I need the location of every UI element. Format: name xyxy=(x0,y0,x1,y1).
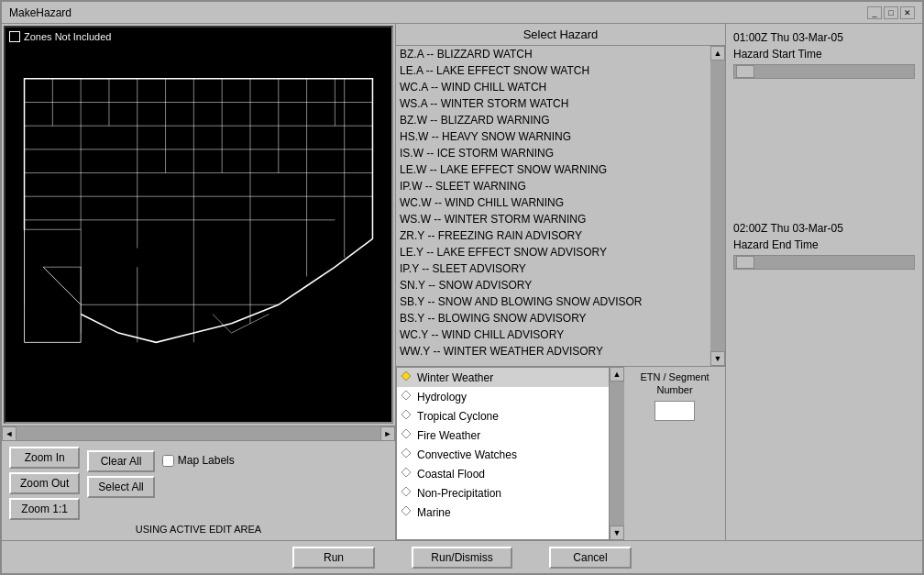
hazard-panel-title: Select Hazard xyxy=(396,24,725,46)
cat-scroll-up[interactable]: ▲ xyxy=(610,367,624,381)
close-button[interactable]: ✕ xyxy=(900,6,915,19)
cat-scroll-down[interactable]: ▼ xyxy=(610,525,624,540)
maximize-button[interactable]: □ xyxy=(884,6,898,19)
category-item-label: Fire Weather xyxy=(417,429,480,442)
hazard-list-item[interactable]: LE.Y -- LAKE EFFECT SNOW ADVISORY xyxy=(396,244,710,260)
zones-checkbox[interactable] xyxy=(9,31,20,42)
zoom-1-1-button[interactable]: Zoom 1:1 xyxy=(9,498,80,520)
hazard-list-item[interactable]: IS.W -- ICE STORM WARNING xyxy=(396,145,710,161)
map-svg[interactable] xyxy=(6,28,391,422)
category-diamond-icon xyxy=(401,448,412,461)
category-list-item[interactable]: Marine xyxy=(397,503,609,522)
category-item-label: Convective Watches xyxy=(417,448,517,461)
start-slider-thumb[interactable] xyxy=(736,65,754,78)
title-bar-controls: _ □ ✕ xyxy=(867,6,915,19)
scroll-right-arrow[interactable]: ► xyxy=(380,426,395,441)
svg-marker-25 xyxy=(402,371,411,381)
hazard-list-item[interactable]: BS.Y -- BLOWING SNOW ADVISORY xyxy=(396,310,710,326)
end-time-slider[interactable] xyxy=(733,255,915,270)
hazard-list-item[interactable]: WC.Y -- WIND CHILL ADVISORY xyxy=(396,326,710,343)
hazard-list-item[interactable]: WC.A -- WIND CHILL WATCH xyxy=(396,79,710,95)
category-item-label: Non-Precipitation xyxy=(417,487,501,500)
map-labels-label: Map Labels xyxy=(162,454,235,467)
status-text: USING ACTIVE EDIT AREA xyxy=(9,524,388,535)
scroll-down-arrow[interactable]: ▼ xyxy=(710,351,725,366)
hazard-list-item[interactable]: WW.Y -- WINTER WEATHER ADVISORY xyxy=(396,343,710,359)
svg-marker-29 xyxy=(402,448,411,458)
hazard-list-item[interactable]: HS.W -- HEAVY SNOW WARNING xyxy=(396,128,710,145)
map-frame: Zones Not Included xyxy=(4,26,393,424)
hazard-list-item[interactable]: LE.A -- LAKE EFFECT SNOW WATCH xyxy=(396,62,710,79)
content-area: Zones Not Included xyxy=(2,24,922,540)
hazard-list-item[interactable]: LE.W -- LAKE EFFECT SNOW WARNING xyxy=(396,161,710,178)
category-list-item[interactable]: Coastal Flood xyxy=(397,464,609,483)
run-button[interactable]: Run xyxy=(292,547,375,569)
zoom-out-button[interactable]: Zoom Out xyxy=(9,472,80,494)
select-all-button[interactable]: Select All xyxy=(87,476,154,498)
hazard-list-item[interactable]: SB.Y -- SNOW AND BLOWING SNOW ADVISOR xyxy=(396,293,710,310)
scroll-up-arrow[interactable]: ▲ xyxy=(710,46,725,61)
minimize-button[interactable]: _ xyxy=(867,6,882,19)
select-controls: Clear All Select All xyxy=(87,450,154,498)
run-dismiss-button[interactable]: Run/Dismiss xyxy=(412,547,512,569)
map-labels-area: Map Labels xyxy=(162,454,235,467)
hazard-list-item[interactable]: WS.A -- WINTER STORM WATCH xyxy=(396,95,710,112)
cat-scroll-track[interactable] xyxy=(610,381,624,525)
left-panel: Zones Not Included xyxy=(2,24,396,540)
start-time-value: 01:00Z Thu 03-Mar-05 xyxy=(733,31,915,44)
start-time-label: Hazard Start Time xyxy=(733,48,915,61)
category-item-label: Winter Weather xyxy=(417,371,493,384)
main-window: MakeHazard _ □ ✕ Zones Not Included xyxy=(0,0,924,575)
category-diamond-icon xyxy=(401,486,412,500)
v-scroll-track[interactable] xyxy=(710,61,725,351)
hazard-list-item[interactable]: IP.Y -- SLEET ADVISORY xyxy=(396,260,710,277)
category-list-item[interactable]: Hydrology xyxy=(397,387,609,406)
category-list-item[interactable]: Tropical Cyclone xyxy=(397,406,609,426)
category-list-item[interactable]: Non-Precipitation xyxy=(397,483,609,503)
zones-label: Zones Not Included xyxy=(24,31,111,42)
h-scroll-track[interactable] xyxy=(16,426,380,441)
hazard-list-item[interactable]: BZ.W -- BLIZZARD WARNING xyxy=(396,112,710,128)
category-diamond-icon xyxy=(401,428,412,442)
v-scrollbar: ▲ ▼ xyxy=(710,46,725,366)
h-scrollbar[interactable]: ◄ ► xyxy=(2,426,395,440)
category-list-item[interactable]: Winter Weather xyxy=(397,368,609,387)
controls-area: Zoom In Zoom Out Zoom 1:1 Clear All Sele… xyxy=(2,440,395,540)
hazard-list[interactable]: BZ.A -- BLIZZARD WATCHLE.A -- LAKE EFFEC… xyxy=(396,46,710,366)
clear-all-button[interactable]: Clear All xyxy=(87,450,154,472)
category-diamond-icon xyxy=(401,390,412,404)
cancel-button[interactable]: Cancel xyxy=(549,547,632,569)
hazard-list-item[interactable]: SN.Y -- SNOW ADVISORY xyxy=(396,277,710,293)
scroll-left-arrow[interactable]: ◄ xyxy=(2,426,16,441)
svg-marker-28 xyxy=(402,429,411,438)
svg-marker-30 xyxy=(402,468,411,477)
category-list[interactable]: Winter WeatherHydrologyTropical CycloneF… xyxy=(396,367,610,540)
hazard-list-item[interactable]: WC.W -- WIND CHILL WARNING xyxy=(396,194,710,211)
end-time-label: Hazard End Time xyxy=(733,238,915,251)
category-item-label: Tropical Cyclone xyxy=(417,410,499,423)
map-labels-checkbox[interactable] xyxy=(162,455,174,467)
svg-marker-26 xyxy=(402,391,411,400)
hazard-list-item[interactable]: WS.W -- WINTER STORM WARNING xyxy=(396,211,710,227)
hazard-list-item[interactable]: IP.W -- SLEET WARNING xyxy=(396,178,710,194)
zoom-in-button[interactable]: Zoom In xyxy=(9,447,80,469)
category-diamond-icon xyxy=(401,409,412,423)
start-time-slider[interactable] xyxy=(733,64,915,79)
hazard-list-item[interactable]: BZ.A -- BLIZZARD WATCH xyxy=(396,46,710,62)
category-list-item[interactable]: Fire Weather xyxy=(397,426,609,445)
bottom-bar: Run Run/Dismiss Cancel xyxy=(2,540,922,573)
category-list-item[interactable]: Convective Watches xyxy=(397,445,609,464)
category-row-container: Winter WeatherHydrologyTropical CycloneF… xyxy=(396,367,725,540)
category-section: Winter WeatherHydrologyTropical CycloneF… xyxy=(396,366,725,540)
hazard-list-item[interactable]: ZR.Y -- FREEZING RAIN ADVISORY xyxy=(396,227,710,244)
spacer2 xyxy=(733,277,915,533)
category-diamond-icon xyxy=(401,505,412,519)
etn-input[interactable] xyxy=(654,401,695,421)
zoom-controls: Zoom In Zoom Out Zoom 1:1 xyxy=(9,447,80,520)
end-slider-thumb[interactable] xyxy=(736,256,754,269)
svg-marker-31 xyxy=(402,487,411,496)
svg-marker-27 xyxy=(402,410,411,419)
etn-area: ETN / Segment Number xyxy=(624,367,725,540)
zones-label-container: Zones Not Included xyxy=(9,31,111,42)
etn-label: ETN / Segment Number xyxy=(628,370,721,397)
